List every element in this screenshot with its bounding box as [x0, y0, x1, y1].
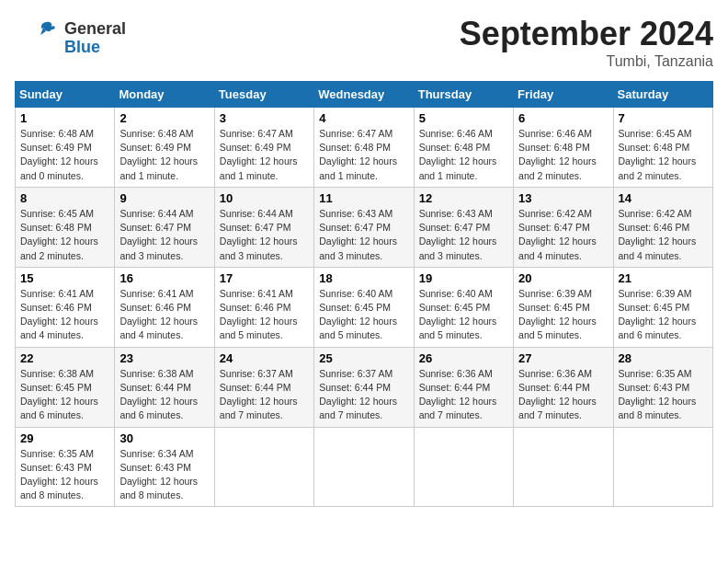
day-info: Sunrise: 6:40 AM Sunset: 6:45 PM Dayligh…: [419, 287, 508, 343]
calendar-cell: 30 Sunrise: 6:34 AM Sunset: 6:43 PM Dayl…: [115, 427, 214, 507]
day-info: Sunrise: 6:47 AM Sunset: 6:48 PM Dayligh…: [319, 127, 408, 183]
calendar-cell: 18 Sunrise: 6:40 AM Sunset: 6:45 PM Dayl…: [314, 267, 414, 347]
header-saturday: Saturday: [613, 82, 712, 108]
week-row-5: 29 Sunrise: 6:35 AM Sunset: 6:43 PM Dayl…: [16, 427, 713, 507]
month-title: September 2024: [460, 15, 713, 53]
calendar-cell: 8 Sunrise: 6:45 AM Sunset: 6:48 PM Dayli…: [16, 187, 115, 267]
day-info: Sunrise: 6:48 AM Sunset: 6:49 PM Dayligh…: [20, 127, 109, 183]
day-number: 22: [20, 351, 109, 365]
day-info: Sunrise: 6:45 AM Sunset: 6:48 PM Dayligh…: [619, 127, 708, 183]
day-number: 25: [319, 351, 408, 365]
week-row-3: 15 Sunrise: 6:41 AM Sunset: 6:46 PM Dayl…: [16, 267, 713, 347]
day-info: Sunrise: 6:36 AM Sunset: 6:44 PM Dayligh…: [419, 367, 508, 423]
calendar-cell: 14 Sunrise: 6:42 AM Sunset: 6:46 PM Dayl…: [613, 187, 712, 267]
day-info: Sunrise: 6:37 AM Sunset: 6:44 PM Dayligh…: [319, 367, 408, 423]
calendar-cell: 5 Sunrise: 6:46 AM Sunset: 6:48 PM Dayli…: [414, 108, 513, 188]
calendar-cell: [514, 427, 613, 507]
day-info: Sunrise: 6:37 AM Sunset: 6:44 PM Dayligh…: [220, 367, 309, 423]
header-tuesday: Tuesday: [214, 82, 313, 108]
calendar-cell: 24 Sunrise: 6:37 AM Sunset: 6:44 PM Dayl…: [214, 347, 313, 427]
day-info: Sunrise: 6:36 AM Sunset: 6:44 PM Dayligh…: [518, 367, 608, 423]
header-monday: Monday: [115, 82, 214, 108]
logo-text-block: General Blue: [64, 20, 126, 57]
calendar-cell: 22 Sunrise: 6:38 AM Sunset: 6:45 PM Dayl…: [16, 347, 115, 427]
calendar-cell: 6 Sunrise: 6:46 AM Sunset: 6:48 PM Dayli…: [514, 108, 613, 188]
calendar-cell: 25 Sunrise: 6:37 AM Sunset: 6:44 PM Dayl…: [314, 347, 414, 427]
day-info: Sunrise: 6:35 AM Sunset: 6:43 PM Dayligh…: [20, 447, 109, 503]
calendar-cell: 15 Sunrise: 6:41 AM Sunset: 6:46 PM Dayl…: [16, 267, 115, 347]
logo: General Blue: [15, 15, 126, 63]
day-number: 5: [419, 111, 508, 125]
day-number: 18: [319, 271, 408, 285]
calendar-header-row: SundayMondayTuesdayWednesdayThursdayFrid…: [16, 82, 713, 108]
header-sunday: Sunday: [16, 82, 115, 108]
calendar-cell: 21 Sunrise: 6:39 AM Sunset: 6:45 PM Dayl…: [613, 267, 712, 347]
header-thursday: Thursday: [414, 82, 513, 108]
day-info: Sunrise: 6:41 AM Sunset: 6:46 PM Dayligh…: [220, 287, 309, 343]
calendar-cell: [214, 427, 313, 507]
calendar-cell: 16 Sunrise: 6:41 AM Sunset: 6:46 PM Dayl…: [115, 267, 214, 347]
day-number: 10: [220, 191, 309, 205]
calendar-cell: 7 Sunrise: 6:45 AM Sunset: 6:48 PM Dayli…: [613, 108, 712, 188]
calendar-cell: [414, 427, 513, 507]
day-number: 16: [119, 271, 209, 285]
logo-graphic: [15, 15, 63, 63]
day-info: Sunrise: 6:46 AM Sunset: 6:48 PM Dayligh…: [518, 127, 608, 183]
day-number: 7: [619, 111, 708, 125]
calendar-cell: [314, 427, 414, 507]
calendar-cell: 9 Sunrise: 6:44 AM Sunset: 6:47 PM Dayli…: [115, 187, 214, 267]
day-number: 23: [119, 351, 209, 365]
calendar-cell: 28 Sunrise: 6:35 AM Sunset: 6:43 PM Dayl…: [613, 347, 712, 427]
location: Tumbi, Tanzania: [460, 53, 713, 70]
calendar-cell: 2 Sunrise: 6:48 AM Sunset: 6:49 PM Dayli…: [115, 108, 214, 188]
header-wednesday: Wednesday: [314, 82, 414, 108]
day-info: Sunrise: 6:42 AM Sunset: 6:46 PM Dayligh…: [619, 207, 708, 263]
week-row-4: 22 Sunrise: 6:38 AM Sunset: 6:45 PM Dayl…: [16, 347, 713, 427]
calendar-cell: 19 Sunrise: 6:40 AM Sunset: 6:45 PM Dayl…: [414, 267, 513, 347]
calendar-cell: 29 Sunrise: 6:35 AM Sunset: 6:43 PM Dayl…: [16, 427, 115, 507]
day-number: 30: [119, 431, 209, 445]
day-info: Sunrise: 6:41 AM Sunset: 6:46 PM Dayligh…: [20, 287, 109, 343]
calendar-cell: 17 Sunrise: 6:41 AM Sunset: 6:46 PM Dayl…: [214, 267, 313, 347]
calendar-cell: 26 Sunrise: 6:36 AM Sunset: 6:44 PM Dayl…: [414, 347, 513, 427]
day-info: Sunrise: 6:42 AM Sunset: 6:47 PM Dayligh…: [518, 207, 608, 263]
calendar-cell: [613, 427, 712, 507]
day-number: 11: [319, 191, 408, 205]
logo-svg: [15, 15, 63, 63]
calendar-cell: 4 Sunrise: 6:47 AM Sunset: 6:48 PM Dayli…: [314, 108, 414, 188]
logo: General Blue: [15, 15, 126, 63]
day-number: 8: [20, 191, 109, 205]
day-number: 1: [20, 111, 109, 125]
day-info: Sunrise: 6:41 AM Sunset: 6:46 PM Dayligh…: [119, 287, 209, 343]
day-number: 2: [119, 111, 209, 125]
day-info: Sunrise: 6:38 AM Sunset: 6:44 PM Dayligh…: [119, 367, 209, 423]
calendar-table: SundayMondayTuesdayWednesdayThursdayFrid…: [15, 81, 713, 507]
calendar-cell: 12 Sunrise: 6:43 AM Sunset: 6:47 PM Dayl…: [414, 187, 513, 267]
day-info: Sunrise: 6:45 AM Sunset: 6:48 PM Dayligh…: [20, 207, 109, 263]
day-number: 13: [518, 191, 608, 205]
day-info: Sunrise: 6:39 AM Sunset: 6:45 PM Dayligh…: [619, 287, 708, 343]
calendar-cell: 13 Sunrise: 6:42 AM Sunset: 6:47 PM Dayl…: [514, 187, 613, 267]
day-number: 19: [419, 271, 508, 285]
title-block: September 2024 Tumbi, Tanzania: [460, 15, 713, 70]
day-info: Sunrise: 6:44 AM Sunset: 6:47 PM Dayligh…: [220, 207, 309, 263]
calendar-cell: 1 Sunrise: 6:48 AM Sunset: 6:49 PM Dayli…: [16, 108, 115, 188]
logo-blue-text: Blue: [64, 39, 126, 57]
day-number: 17: [220, 271, 309, 285]
day-number: 6: [518, 111, 608, 125]
calendar-cell: 27 Sunrise: 6:36 AM Sunset: 6:44 PM Dayl…: [514, 347, 613, 427]
calendar-cell: 10 Sunrise: 6:44 AM Sunset: 6:47 PM Dayl…: [214, 187, 313, 267]
header-friday: Friday: [514, 82, 613, 108]
day-number: 14: [619, 191, 708, 205]
logo-general-text: General: [64, 20, 126, 39]
page-header: General Blue September 2024 Tumbi, Tanza…: [15, 15, 713, 70]
day-info: Sunrise: 6:46 AM Sunset: 6:48 PM Dayligh…: [419, 127, 508, 183]
day-info: Sunrise: 6:44 AM Sunset: 6:47 PM Dayligh…: [119, 207, 209, 263]
calendar-cell: 3 Sunrise: 6:47 AM Sunset: 6:49 PM Dayli…: [214, 108, 313, 188]
day-number: 28: [619, 351, 708, 365]
day-number: 26: [419, 351, 508, 365]
week-row-1: 1 Sunrise: 6:48 AM Sunset: 6:49 PM Dayli…: [16, 108, 713, 188]
calendar-cell: 23 Sunrise: 6:38 AM Sunset: 6:44 PM Dayl…: [115, 347, 214, 427]
calendar-cell: 11 Sunrise: 6:43 AM Sunset: 6:47 PM Dayl…: [314, 187, 414, 267]
day-info: Sunrise: 6:40 AM Sunset: 6:45 PM Dayligh…: [319, 287, 408, 343]
